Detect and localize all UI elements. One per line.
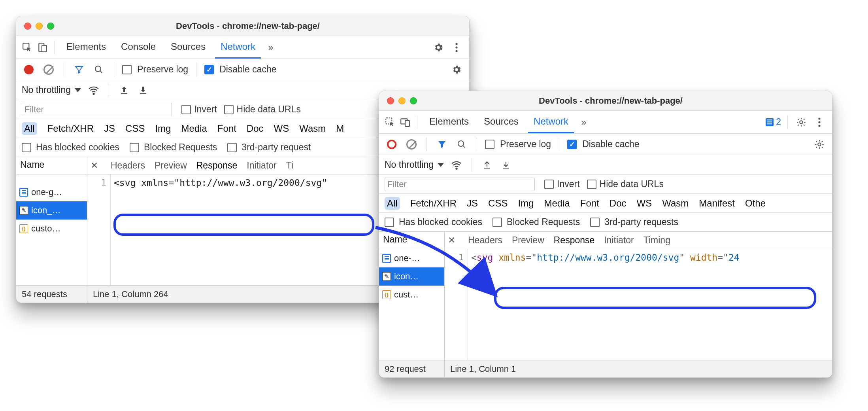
issues-badge[interactable]: ☰ 2 bbox=[766, 117, 781, 127]
network-conditions-icon[interactable] bbox=[451, 159, 462, 170]
device-toolbar-icon[interactable] bbox=[400, 117, 411, 128]
hide-data-urls-checkbox[interactable] bbox=[224, 105, 234, 114]
filter-input[interactable]: Filter bbox=[385, 178, 535, 191]
tab-network[interactable]: Network bbox=[528, 111, 574, 133]
tab-elements[interactable]: Elements bbox=[424, 111, 474, 133]
filter-icon[interactable] bbox=[435, 137, 449, 152]
more-tabs-icon[interactable]: » bbox=[578, 117, 589, 128]
tab-initiator[interactable]: Initiator bbox=[247, 160, 276, 171]
disable-cache-checkbox[interactable] bbox=[204, 65, 214, 74]
clear-button[interactable] bbox=[404, 137, 419, 152]
filter-fetch-xhr[interactable]: Fetch/XHR bbox=[47, 123, 94, 134]
filter-all[interactable]: All bbox=[22, 122, 37, 135]
close-window-icon[interactable] bbox=[387, 97, 394, 104]
filter-font[interactable]: Font bbox=[217, 123, 236, 134]
preserve-log-checkbox[interactable] bbox=[122, 65, 132, 74]
tab-sources[interactable]: Sources bbox=[165, 36, 211, 59]
kebab-menu-icon[interactable] bbox=[812, 115, 826, 129]
filter-ws[interactable]: WS bbox=[274, 123, 289, 134]
filter-wasm[interactable]: Wasm bbox=[299, 123, 326, 134]
search-icon[interactable] bbox=[455, 137, 469, 152]
download-har-icon[interactable] bbox=[138, 85, 149, 96]
invert-checkbox[interactable] bbox=[544, 180, 554, 189]
tab-sources[interactable]: Sources bbox=[478, 111, 524, 133]
tab-headers[interactable]: Headers bbox=[468, 235, 502, 246]
search-icon[interactable] bbox=[92, 63, 106, 77]
column-header-name[interactable]: Name bbox=[16, 157, 87, 174]
request-row[interactable]: cust… bbox=[379, 286, 444, 304]
tab-initiator[interactable]: Initiator bbox=[604, 235, 634, 246]
minimize-window-icon[interactable] bbox=[36, 23, 43, 30]
tab-headers[interactable]: Headers bbox=[111, 160, 145, 171]
network-settings-icon[interactable] bbox=[449, 63, 464, 77]
request-row[interactable]: one-… bbox=[379, 249, 444, 267]
column-header-name[interactable]: Name bbox=[379, 232, 444, 249]
record-button[interactable] bbox=[385, 137, 399, 152]
throttling-select[interactable]: No throttling bbox=[22, 85, 81, 95]
close-details-icon[interactable]: ✕ bbox=[448, 235, 459, 246]
tab-response[interactable]: Response bbox=[196, 160, 238, 171]
minimize-window-icon[interactable] bbox=[398, 97, 406, 104]
network-conditions-icon[interactable] bbox=[88, 85, 99, 96]
filter-js[interactable]: JS bbox=[104, 123, 115, 134]
filter-wasm[interactable]: Wasm bbox=[662, 198, 689, 209]
upload-har-icon[interactable] bbox=[481, 159, 492, 170]
response-body[interactable]: 1 <svg xmlns="http://www.w3.org/2000/svg… bbox=[445, 249, 832, 360]
filter-manifest[interactable]: Manifest bbox=[699, 198, 735, 209]
clear-button[interactable] bbox=[42, 63, 56, 77]
blocked-requests-checkbox[interactable] bbox=[130, 143, 139, 152]
invert-checkbox[interactable] bbox=[181, 105, 191, 114]
request-row[interactable]: icon… bbox=[379, 267, 444, 286]
tab-network[interactable]: Network bbox=[215, 36, 261, 59]
filter-icon[interactable] bbox=[72, 63, 86, 77]
kebab-menu-icon[interactable] bbox=[449, 40, 464, 55]
filter-img[interactable]: Img bbox=[518, 198, 534, 209]
settings-icon[interactable] bbox=[431, 40, 445, 55]
upload-har-icon[interactable] bbox=[119, 85, 130, 96]
tab-preview[interactable]: Preview bbox=[512, 235, 544, 246]
filter-doc[interactable]: Doc bbox=[247, 123, 264, 134]
tab-response[interactable]: Response bbox=[554, 235, 595, 246]
filter-all[interactable]: All bbox=[385, 197, 400, 210]
blocked-cookies-checkbox[interactable] bbox=[22, 143, 31, 152]
tab-preview[interactable]: Preview bbox=[155, 160, 187, 171]
third-party-checkbox[interactable] bbox=[227, 143, 237, 152]
throttling-select[interactable]: No throttling bbox=[385, 159, 444, 170]
filter-js[interactable]: JS bbox=[467, 198, 478, 209]
download-har-icon[interactable] bbox=[500, 159, 511, 170]
inspect-element-icon[interactable] bbox=[385, 117, 396, 128]
settings-icon[interactable] bbox=[794, 115, 808, 129]
disable-cache-checkbox[interactable] bbox=[567, 140, 577, 149]
filter-font[interactable]: Font bbox=[580, 198, 599, 209]
close-details-icon[interactable]: ✕ bbox=[91, 160, 101, 171]
filter-img[interactable]: Img bbox=[155, 123, 171, 134]
inspect-element-icon[interactable] bbox=[22, 42, 33, 53]
close-window-icon[interactable] bbox=[24, 23, 31, 30]
filter-input[interactable]: Filter bbox=[22, 103, 172, 116]
tab-timing[interactable]: Timing bbox=[643, 235, 670, 246]
maximize-window-icon[interactable] bbox=[410, 97, 417, 104]
filter-ws[interactable]: WS bbox=[637, 198, 652, 209]
hide-data-urls-checkbox[interactable] bbox=[587, 180, 596, 189]
device-toolbar-icon[interactable] bbox=[37, 42, 48, 53]
request-row[interactable]: one-g… bbox=[16, 183, 87, 201]
titlebar[interactable]: DevTools - chrome://new-tab-page/ bbox=[16, 16, 469, 36]
blocked-cookies-checkbox[interactable] bbox=[385, 218, 394, 227]
filter-media[interactable]: Media bbox=[544, 198, 570, 209]
tab-elements[interactable]: Elements bbox=[61, 36, 111, 59]
maximize-window-icon[interactable] bbox=[47, 23, 54, 30]
filter-fetch-xhr[interactable]: Fetch/XHR bbox=[410, 198, 457, 209]
filter-other[interactable]: Othe bbox=[745, 198, 766, 209]
request-row[interactable]: icon_… bbox=[16, 201, 87, 220]
request-row[interactable]: custo… bbox=[16, 220, 87, 238]
more-tabs-icon[interactable]: » bbox=[265, 42, 276, 53]
filter-manifest-cut[interactable]: M bbox=[336, 123, 344, 134]
titlebar[interactable]: DevTools - chrome://new-tab-page/ bbox=[379, 91, 832, 111]
filter-doc[interactable]: Doc bbox=[609, 198, 626, 209]
blocked-requests-checkbox[interactable] bbox=[492, 218, 502, 227]
third-party-checkbox[interactable] bbox=[590, 218, 600, 227]
filter-media[interactable]: Media bbox=[181, 123, 207, 134]
preserve-log-checkbox[interactable] bbox=[485, 140, 494, 149]
tab-timing[interactable]: Ti bbox=[286, 160, 293, 171]
record-button[interactable] bbox=[22, 63, 36, 77]
